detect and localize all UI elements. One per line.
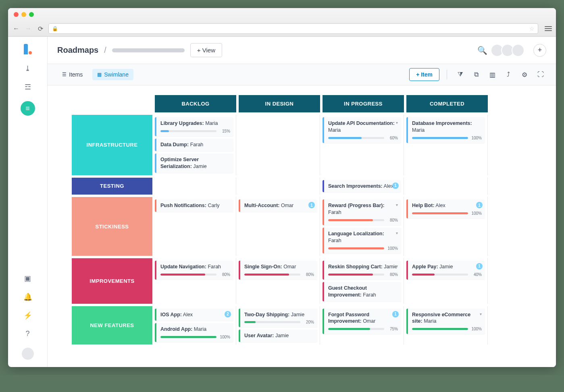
card[interactable]: Data Dump: Farah: [155, 139, 233, 151]
card[interactable]: Update API Documentation: Maria60%▾: [323, 117, 401, 143]
card[interactable]: Forgot Password Improvement: Omar75%1: [323, 309, 401, 334]
cell-infrastructure-3: Database Improvements: Maria100%: [404, 115, 488, 175]
progress-bar: 80%: [160, 272, 230, 277]
maximize-window-icon[interactable]: [29, 12, 34, 17]
user-avatar[interactable]: [22, 348, 34, 360]
column-header-completed: COMPLETED: [406, 95, 488, 112]
card-title: Language Localization: Farah: [328, 230, 398, 244]
lane-testing[interactable]: TESTING: [72, 178, 152, 195]
roadmap-name-placeholder[interactable]: [112, 48, 185, 52]
close-window-icon[interactable]: [14, 12, 19, 17]
help-icon[interactable]: ?: [25, 330, 29, 338]
inbox-icon[interactable]: ⤓: [25, 64, 31, 73]
card-badge: 1: [392, 183, 399, 189]
card[interactable]: Library Upgrades: Maria15%: [155, 117, 233, 136]
lane-infrastructure[interactable]: INFRASTRUCTURE: [72, 115, 152, 175]
url-field[interactable]: 🔒 ☆: [48, 23, 538, 34]
tab-swimlane[interactable]: ▦ Swimlane: [92, 69, 133, 80]
cell-improvements-0: Update Navigation: Farah80%: [152, 258, 236, 304]
card[interactable]: Two-Day Shipping: Jamie20%: [239, 309, 317, 328]
chevron-down-icon[interactable]: ▾: [396, 120, 398, 125]
card[interactable]: Android App: Maria100%: [155, 323, 233, 342]
card-title: Guest Checkout Improvement: Farah: [328, 285, 398, 299]
card[interactable]: User Avatar: Jamie: [239, 330, 317, 342]
contacts-icon[interactable]: ▣: [24, 274, 31, 283]
progress-bar: 60%: [328, 136, 398, 140]
cell-testing-3: [404, 178, 488, 195]
card-title: Two-Day Shipping: Jamie: [244, 311, 314, 318]
export-icon[interactable]: ⤴: [503, 71, 514, 78]
chevron-down-icon[interactable]: ▾: [396, 203, 398, 207]
progress-percent: 100%: [470, 327, 482, 331]
progress-percent: 75%: [387, 327, 398, 331]
toolbar-divider: [447, 70, 447, 79]
card[interactable]: Push Notifications: Carly: [155, 199, 233, 212]
card[interactable]: Reskin Shopping Cart: Jamie80%▾: [323, 261, 401, 280]
card-title: Single Sign-On: Omar: [244, 263, 314, 270]
add-collaborator-button[interactable]: +: [533, 44, 546, 57]
card[interactable]: Help Bot: Alex100%1: [406, 199, 485, 218]
chevron-down-icon[interactable]: ▾: [396, 231, 398, 235]
roadmap-icon[interactable]: ≡: [21, 101, 35, 116]
card-badge: 1: [476, 263, 483, 270]
traffic-lights: [8, 8, 556, 21]
progress-bar: 100%: [412, 327, 482, 331]
card[interactable]: Reward (Progress Bar): Farah80%▾: [323, 199, 401, 225]
lock-icon: 🔒: [52, 26, 58, 31]
back-button[interactable]: ←: [12, 25, 20, 32]
lane-newfeatures[interactable]: NEW FEATURES: [72, 306, 152, 345]
progress-bar: 40%: [412, 272, 482, 277]
columns-icon[interactable]: ▥: [487, 71, 498, 79]
progress-percent: 80%: [303, 272, 314, 277]
bolt-icon[interactable]: ⚡: [23, 311, 32, 320]
card[interactable]: Language Localization: Farah100%▾: [323, 228, 401, 253]
progress-percent: 80%: [387, 218, 398, 222]
add-view-button[interactable]: + View: [190, 43, 222, 57]
card[interactable]: Optimize Server Serialization: Jamie: [155, 153, 233, 173]
card[interactable]: Multi-Account: Omar1: [239, 199, 317, 212]
app-sidebar: ⤓ ☲ ≡ ▣ 🔔 ⚡ ?: [8, 37, 48, 367]
card-title: Reskin Shopping Cart: Jamie: [328, 263, 398, 270]
card[interactable]: Database Improvements: Maria100%: [406, 117, 485, 143]
tab-items[interactable]: ☰ Items: [57, 69, 87, 80]
settings-gear-icon[interactable]: ⚙: [519, 71, 530, 79]
search-icon[interactable]: 🔍: [477, 46, 487, 55]
lane-stickiness[interactable]: STICKINESS: [72, 197, 152, 256]
card-title: Optimize Server Serialization: Jamie: [160, 156, 230, 170]
progress-bar: 100%: [412, 136, 482, 140]
cell-improvements-2: Reskin Shopping Cart: Jamie80%▾Guest Che…: [320, 258, 404, 304]
card-title: Database Improvements: Maria: [412, 120, 482, 134]
saved-filter-icon[interactable]: ⧉: [470, 71, 482, 78]
card[interactable]: IOS App: Alex2: [155, 309, 233, 321]
add-item-button[interactable]: + Item: [409, 68, 439, 81]
fullscreen-icon[interactable]: ⛶: [535, 71, 546, 78]
minimize-window-icon[interactable]: [21, 12, 26, 17]
lane-improvements[interactable]: IMPROVEMENTS: [72, 258, 152, 304]
progress-percent: 100%: [387, 246, 398, 251]
progress-percent: 100%: [470, 136, 482, 140]
list-icon: ☰: [62, 72, 67, 77]
card[interactable]: Update Navigation: Farah80%: [155, 261, 233, 280]
bookmark-star-icon[interactable]: ☆: [529, 25, 535, 32]
forward-button: →: [24, 25, 32, 32]
card[interactable]: Responsive eCommerce site: Maria100%▾: [406, 309, 485, 334]
card[interactable]: Guest Checkout Improvement: Farah: [323, 282, 401, 301]
card[interactable]: Apple Pay: Jamie40%1: [406, 261, 485, 280]
card[interactable]: Single Sign-On: Omar80%: [239, 261, 317, 280]
list-check-icon[interactable]: ☲: [25, 83, 31, 91]
browser-menu-icon[interactable]: [545, 26, 552, 31]
chevron-down-icon[interactable]: ▾: [396, 264, 398, 268]
card-title: Search Improvements: Alex: [328, 183, 398, 190]
filter-icon[interactable]: ⧩: [454, 71, 466, 78]
cell-infrastructure-0: Library Upgrades: Maria15%Data Dump: Far…: [152, 115, 236, 175]
card-badge: 2: [225, 311, 231, 317]
notifications-icon[interactable]: 🔔: [23, 292, 32, 301]
card[interactable]: Search Improvements: Alex1: [323, 180, 401, 193]
progress-bar: 100%: [160, 335, 230, 339]
swimlane-board: BACKLOGIN DESIGNIN PROGRESSCOMPLETEDINFR…: [72, 95, 546, 344]
reload-button[interactable]: ⟳: [36, 25, 44, 33]
app-logo[interactable]: [24, 44, 32, 54]
chevron-down-icon[interactable]: ▾: [480, 312, 482, 316]
collaborator-avatars[interactable]: [493, 44, 524, 57]
card-title: Responsive eCommerce site: Maria: [412, 311, 482, 325]
